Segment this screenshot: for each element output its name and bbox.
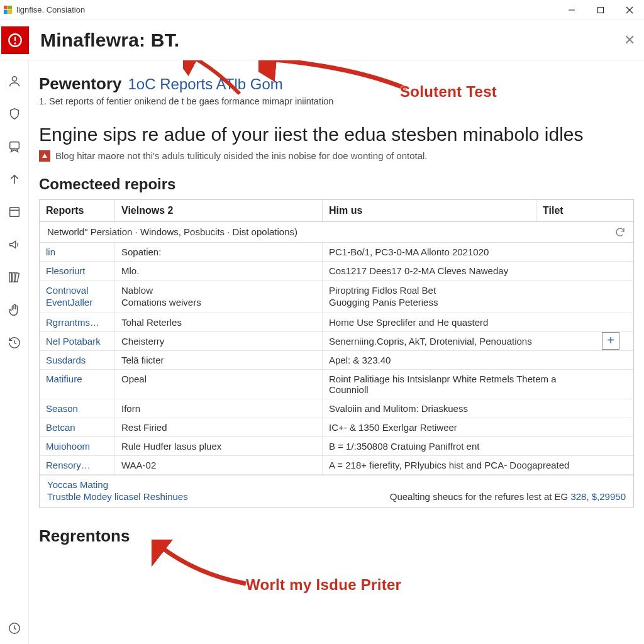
- table-row[interactable]: SeasonIfornSvaloiin and Mulitom: Driasku…: [40, 399, 633, 418]
- warning-badge-icon: [39, 150, 50, 162]
- app-title: Minaflewra: BT.: [40, 30, 179, 51]
- table-col-tilet[interactable]: Tilet: [536, 200, 633, 221]
- row-desc-cell: Piroptring Fidlos Roal Bet Guogging Pani…: [323, 280, 587, 313]
- app-logo-badge: [1, 26, 29, 54]
- window-title: lignfise. Consiation: [16, 5, 85, 14]
- book-icon[interactable]: [8, 205, 21, 219]
- table-breadcrumb: Networld" Persiation · Windows, Posbucit…: [40, 222, 633, 243]
- bottom-section-title: Regrentons: [39, 526, 634, 546]
- row-desc-cell: Roint Palitiage his Intsislanpr White Re…: [323, 370, 587, 399]
- app-header: Minaflewra: BT. ✕: [0, 20, 644, 60]
- row-desc-cell: Home Use Spreclifer and He quasterd: [323, 313, 587, 331]
- row-view-cell: Mlo.: [115, 262, 323, 280]
- user-icon[interactable]: [8, 74, 21, 88]
- table-row[interactable]: FlesoriurtMlo.Cos1217 Dees17 0-2-MA Clev…: [40, 262, 633, 280]
- table-row[interactable]: MatifiureOpealRoint Palitiage his Intsis…: [40, 370, 633, 399]
- svg-rect-11: [9, 273, 11, 282]
- svg-rect-8: [9, 142, 19, 149]
- breadcrumb-subtitle: 1. Set reports of fentier onikend de t b…: [39, 96, 634, 106]
- windows-logo-icon: [4, 6, 13, 14]
- row-desc-cell: Senerniing.Copris, AkT, Drotenivial, Pen…: [323, 332, 587, 350]
- row-desc-cell: Svaloiin and Mulitom: Driaskuess: [323, 399, 587, 418]
- table-row[interactable]: linSopatien:PC1-Bo/1, PC3-0-MA Allonto 2…: [40, 243, 633, 262]
- reports-table: Reports Vielnows 2 Him us Tilet Networld…: [39, 199, 634, 508]
- row-view-cell: Tohal Reterles: [115, 313, 323, 331]
- row-report-link[interactable]: Betcan: [40, 418, 115, 436]
- window-titlebar: lignfise. Consiation: [0, 0, 644, 20]
- row-view-cell: Sopatien:: [115, 243, 323, 261]
- row-report-link[interactable]: Rgrrantms…: [40, 313, 115, 331]
- table-row[interactable]: Nel PotabarkCheisterrySenerniing.Copris,…: [40, 332, 633, 351]
- table-row[interactable]: MuiohoomRule Hudfer lasus pluexB = 1/:35…: [40, 437, 633, 456]
- row-report-link[interactable]: Matifiure: [40, 370, 115, 399]
- annotation-label-bottom: Worlt my Isdue Priter: [246, 576, 401, 594]
- table-col-vielnows[interactable]: Vielnows 2: [115, 200, 323, 221]
- row-view-cell: WAA-02: [115, 456, 323, 474]
- footer-link-1[interactable]: Yoccas Mating: [47, 479, 626, 490]
- row-report-link[interactable]: Flesoriurt: [40, 262, 115, 280]
- table-row[interactable]: Contnoval EventJallerNablow Comations we…: [40, 280, 633, 313]
- table-row[interactable]: Rensory…WAA-02A = 218+ fierefity, PRlyub…: [40, 456, 633, 475]
- svg-rect-1: [598, 7, 604, 13]
- table-body[interactable]: linSopatien:PC1-Bo/1, PC3-0-MA Allonto 2…: [40, 243, 633, 475]
- window-controls: [557, 0, 644, 20]
- row-report-link[interactable]: lin: [40, 243, 115, 261]
- row-desc-cell: IC+- & 1350 Exerlgar Retiweer: [323, 418, 587, 436]
- annotation-arrow-3: [152, 540, 258, 590]
- table-breadcrumb-text: Networld" Persiation · Windows, Posbucit…: [47, 226, 297, 237]
- window-close-button[interactable]: [615, 0, 644, 20]
- header-close-button[interactable]: ✕: [624, 32, 635, 48]
- row-view-cell: Opeal: [115, 370, 323, 399]
- table-footer: Yoccas Mating Trustble Modey licasel Res…: [40, 475, 633, 507]
- svg-point-7: [12, 77, 16, 81]
- svg-point-6: [14, 42, 16, 44]
- svg-rect-9: [9, 208, 19, 217]
- blog-note-text: Blog hitar maore not thi's aduls tulitic…: [55, 150, 428, 161]
- hand-icon[interactable]: [8, 303, 21, 317]
- row-desc-cell: Apel: & 323.40: [323, 351, 587, 369]
- row-report-link[interactable]: Nel Potabark: [40, 332, 115, 350]
- speaker-icon[interactable]: [8, 238, 21, 252]
- row-report-link[interactable]: Rensory…: [40, 456, 115, 474]
- clock-icon[interactable]: [8, 621, 21, 635]
- table-col-reports[interactable]: Reports: [40, 200, 115, 221]
- table-row[interactable]: SusdardsTelä fiicterApel: & 323.40: [40, 351, 633, 370]
- window-maximize-button[interactable]: [586, 0, 615, 20]
- breadcrumb: Pewentory 1oC Reports ATlb Gom: [39, 74, 634, 94]
- row-view-cell: Rule Hudfer lasus pluex: [115, 437, 323, 455]
- library-icon[interactable]: [8, 270, 21, 284]
- add-button[interactable]: +: [602, 332, 619, 350]
- row-view-cell: Nablow Comations weivers: [115, 280, 323, 313]
- section-title: Comecteed repoirs: [39, 175, 634, 193]
- row-desc-cell: B = 1/:350808 Cratuing Paniffrot ent: [323, 437, 587, 455]
- row-report-link[interactable]: Susdards: [40, 351, 115, 369]
- arrow-up-icon[interactable]: [8, 172, 21, 186]
- history-icon[interactable]: [8, 336, 21, 350]
- breadcrumb-root: Pewentory: [39, 74, 122, 94]
- page-headline: Engine sips re adue of your iiest the ed…: [39, 123, 634, 147]
- footer-summary: Quealting sheucs for the refures lest at…: [390, 491, 626, 502]
- row-view-cell: Telä fiicter: [115, 351, 323, 369]
- row-desc-cell: Cos1217 Dees17 0-2-MA Cleves Naweday: [323, 262, 587, 280]
- row-desc-cell: A = 218+ fierefity, PRlyubics hist and P…: [323, 456, 587, 474]
- row-view-cell: Rest Firied: [115, 418, 323, 436]
- table-col-himus[interactable]: Him us: [323, 200, 536, 221]
- footer-summary-link[interactable]: 328, $,29950: [570, 491, 626, 502]
- table-row[interactable]: Rgrrantms…Tohal ReterlesHome Use Sprecli…: [40, 313, 633, 332]
- table-row[interactable]: BetcanRest FiriedIC+- & 1350 Exerlgar Re…: [40, 418, 633, 437]
- row-report-link[interactable]: Season: [40, 399, 115, 418]
- row-desc-cell: PC1-Bo/1, PC3-0-MA Allonto 2021020: [323, 243, 587, 261]
- main-content: Pewentory 1oC Reports ATlb Gom 1. Set re…: [29, 60, 644, 644]
- sidebar: [0, 60, 29, 644]
- row-view-cell: Cheisterry: [115, 332, 323, 350]
- window-minimize-button[interactable]: [557, 0, 586, 20]
- table-header-row: Reports Vielnows 2 Him us Tilet: [40, 200, 633, 222]
- row-report-link[interactable]: Muiohoom: [40, 437, 115, 455]
- blog-note: Blog hitar maore not thi's aduls tulitic…: [39, 150, 634, 162]
- badge-icon[interactable]: [8, 140, 21, 153]
- shield-icon[interactable]: [8, 107, 21, 121]
- breadcrumb-link[interactable]: 1oC Reports ATlb Gom: [128, 75, 283, 93]
- row-report-link[interactable]: Contnoval EventJaller: [40, 280, 115, 313]
- row-view-cell: Iforn: [115, 399, 323, 418]
- refresh-icon[interactable]: [614, 226, 626, 238]
